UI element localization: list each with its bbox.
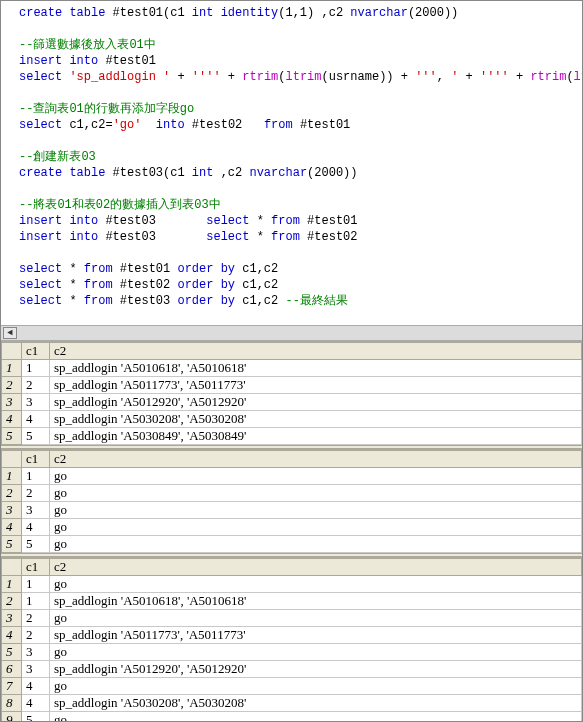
cell[interactable]: sp_addlogin 'A5030208', 'A5030208' <box>50 695 582 712</box>
cell[interactable]: go <box>50 536 582 553</box>
table-row[interactable]: 33sp_addlogin 'A5012920', 'A5012920' <box>2 394 582 411</box>
cell[interactable]: 1 <box>22 576 50 593</box>
cell[interactable]: sp_addlogin 'A5011773', 'A5011773' <box>50 627 582 644</box>
cell[interactable]: 4 <box>22 695 50 712</box>
col-header-c2[interactable]: c2 <box>50 559 582 576</box>
cell[interactable]: sp_addlogin 'A5010618', 'A5010618' <box>50 593 582 610</box>
row-header[interactable]: 8 <box>2 695 22 712</box>
code-token: (2000)) <box>408 6 458 20</box>
col-header-c1[interactable]: c1 <box>22 343 50 360</box>
code-token: #test01 <box>300 214 358 228</box>
cell[interactable]: 1 <box>22 593 50 610</box>
row-header[interactable]: 3 <box>2 610 22 627</box>
table-row[interactable]: 44go <box>2 519 582 536</box>
cell[interactable]: 2 <box>22 627 50 644</box>
col-header-c1[interactable]: c1 <box>22 559 50 576</box>
row-header[interactable]: 2 <box>2 485 22 502</box>
table-row[interactable]: 11go <box>2 468 582 485</box>
cell[interactable]: 1 <box>22 468 50 485</box>
row-header[interactable]: 2 <box>2 377 22 394</box>
cell[interactable]: sp_addlogin 'A5011773', 'A5011773' <box>50 377 582 394</box>
table-row[interactable]: 63sp_addlogin 'A5012920', 'A5012920' <box>2 661 582 678</box>
cell[interactable]: go <box>50 485 582 502</box>
cell[interactable]: 2 <box>22 485 50 502</box>
cell[interactable]: sp_addlogin 'A5030208', 'A5030208' <box>50 411 582 428</box>
col-header-c2[interactable]: c2 <box>50 343 582 360</box>
cell[interactable]: go <box>50 519 582 536</box>
cell[interactable]: go <box>50 644 582 661</box>
table-row[interactable]: 21sp_addlogin 'A5010618', 'A5010618' <box>2 593 582 610</box>
cell[interactable]: sp_addlogin 'A5012920', 'A5012920' <box>50 394 582 411</box>
table-row[interactable]: 95go <box>2 712 582 723</box>
table-row[interactable]: 44sp_addlogin 'A5030208', 'A5030208' <box>2 411 582 428</box>
grid-corner <box>2 559 22 576</box>
row-header[interactable]: 9 <box>2 712 22 723</box>
cell[interactable]: 5 <box>22 428 50 445</box>
result-grid-1[interactable]: c1c211sp_addlogin 'A5010618', 'A5010618'… <box>1 341 582 445</box>
code-token: from <box>84 262 113 276</box>
table-row[interactable]: 22sp_addlogin 'A5011773', 'A5011773' <box>2 377 582 394</box>
code-token: from <box>84 278 113 292</box>
code-token: select <box>19 118 62 132</box>
row-header[interactable]: 7 <box>2 678 22 695</box>
code-token: from <box>264 118 293 132</box>
row-header[interactable]: 2 <box>2 593 22 610</box>
row-header[interactable]: 6 <box>2 661 22 678</box>
table-row[interactable]: 11sp_addlogin 'A5010618', 'A5010618' <box>2 360 582 377</box>
scroll-left-arrow[interactable]: ◄ <box>3 327 17 339</box>
row-header[interactable]: 5 <box>2 644 22 661</box>
code-token: #test01 <box>293 118 351 132</box>
table-row[interactable]: 33go <box>2 502 582 519</box>
cell[interactable]: go <box>50 576 582 593</box>
row-header[interactable]: 5 <box>2 428 22 445</box>
code-token: ''' <box>415 70 437 84</box>
cell[interactable]: sp_addlogin 'A5030849', 'A5030849' <box>50 428 582 445</box>
cell[interactable]: 4 <box>22 411 50 428</box>
cell[interactable]: 3 <box>22 502 50 519</box>
cell[interactable]: go <box>50 502 582 519</box>
cell[interactable]: 2 <box>22 377 50 394</box>
row-header[interactable]: 4 <box>2 627 22 644</box>
col-header-c2[interactable]: c2 <box>50 451 582 468</box>
table-row[interactable]: 74go <box>2 678 582 695</box>
table-row[interactable]: 42sp_addlogin 'A5011773', 'A5011773' <box>2 627 582 644</box>
row-header[interactable]: 1 <box>2 468 22 485</box>
row-header[interactable]: 1 <box>2 576 22 593</box>
row-header[interactable]: 5 <box>2 536 22 553</box>
cell[interactable]: go <box>50 468 582 485</box>
code-token: from <box>84 294 113 308</box>
code-token: #test01 <box>113 262 178 276</box>
row-header[interactable]: 1 <box>2 360 22 377</box>
cell[interactable]: 1 <box>22 360 50 377</box>
table-row[interactable]: 55sp_addlogin 'A5030849', 'A5030849' <box>2 428 582 445</box>
code-token: 'sp_addlogin ' <box>69 70 170 84</box>
sql-editor[interactable]: create table #test01(c1 int identity(1,1… <box>1 1 582 325</box>
table-row[interactable]: 32go <box>2 610 582 627</box>
table-row[interactable]: 55go <box>2 536 582 553</box>
cell[interactable]: go <box>50 678 582 695</box>
row-header[interactable]: 3 <box>2 394 22 411</box>
result-grid-3[interactable]: c1c211go21sp_addlogin 'A5010618', 'A5010… <box>1 557 582 722</box>
cell[interactable]: 5 <box>22 712 50 723</box>
cell[interactable]: go <box>50 712 582 723</box>
cell[interactable]: sp_addlogin 'A5012920', 'A5012920' <box>50 661 582 678</box>
table-row[interactable]: 11go <box>2 576 582 593</box>
cell[interactable]: 3 <box>22 394 50 411</box>
cell[interactable]: 4 <box>22 678 50 695</box>
cell[interactable]: go <box>50 610 582 627</box>
row-header[interactable]: 4 <box>2 519 22 536</box>
table-row[interactable]: 84sp_addlogin 'A5030208', 'A5030208' <box>2 695 582 712</box>
cell[interactable]: 4 <box>22 519 50 536</box>
row-header[interactable]: 3 <box>2 502 22 519</box>
table-row[interactable]: 53go <box>2 644 582 661</box>
editor-hscrollbar[interactable]: ◄ <box>1 325 582 341</box>
cell[interactable]: 2 <box>22 610 50 627</box>
cell[interactable]: sp_addlogin 'A5010618', 'A5010618' <box>50 360 582 377</box>
cell[interactable]: 5 <box>22 536 50 553</box>
row-header[interactable]: 4 <box>2 411 22 428</box>
cell[interactable]: 3 <box>22 661 50 678</box>
cell[interactable]: 3 <box>22 644 50 661</box>
result-grid-2[interactable]: c1c211go22go33go44go55go <box>1 449 582 553</box>
table-row[interactable]: 22go <box>2 485 582 502</box>
col-header-c1[interactable]: c1 <box>22 451 50 468</box>
